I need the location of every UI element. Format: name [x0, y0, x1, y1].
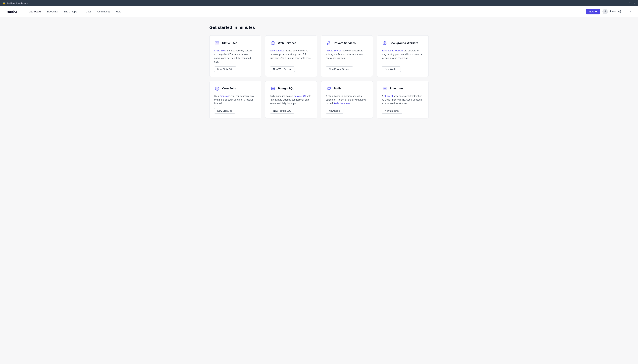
nav-blueprints[interactable]: Blueprints	[44, 6, 61, 17]
card-cron-jobs-footer: New Cron Job	[214, 108, 256, 114]
main-content: Get started in minutes Static Sites Stat	[203, 17, 435, 130]
card-cron-jobs: Cron Jobs With Cron Jobs, you can schedu…	[209, 81, 261, 118]
card-blueprints-header: Blueprints	[382, 86, 424, 92]
new-blueprint-button[interactable]: New Blueprint	[382, 108, 402, 114]
postgresql-link[interactable]: PostgreSQL	[294, 95, 306, 98]
share-icon[interactable]: ⬆	[629, 2, 631, 5]
nav-community[interactable]: Community	[94, 6, 113, 17]
browser-bar: 🔒 dashboard.render.com ⬆ ☆	[0, 0, 638, 6]
card-cron-jobs-body: With Cron Jobs, you can schedule any com…	[214, 94, 256, 105]
card-blueprints: Blueprints A Blueprint specifies your In…	[377, 81, 429, 118]
background-workers-icon	[382, 40, 388, 46]
cron-jobs-icon	[214, 86, 220, 92]
card-blueprints-body: A Blueprint specifies your Infrastructur…	[382, 94, 424, 105]
new-button-label: New	[589, 10, 594, 13]
card-private-services: Private Services Private Services are on…	[321, 35, 373, 77]
card-redis-header: Redis	[326, 86, 368, 92]
blueprints-icon	[382, 86, 388, 92]
web-services-link[interactable]: Web Services	[270, 49, 284, 52]
postgresql-icon	[270, 86, 276, 92]
background-workers-link[interactable]: Background Workers	[382, 49, 403, 52]
private-services-icon	[326, 40, 332, 46]
new-redis-button[interactable]: New Redis	[326, 108, 343, 114]
svg-point-0	[605, 10, 606, 12]
card-background-workers: Background Workers Background Workers ar…	[377, 35, 429, 77]
svg-point-12	[328, 44, 329, 44]
card-postgresql-header: PostgreSQL	[270, 86, 312, 92]
card-private-services-body: Private Services are only accessible wit…	[326, 49, 368, 64]
card-redis-title: Redis	[334, 87, 341, 90]
cards-row-1: Static Sites Static Sites are automatica…	[209, 35, 429, 77]
card-web-services: Web Services Web Services include zero-d…	[265, 35, 317, 77]
user-avatar-icon	[602, 9, 608, 14]
nav-env-groups[interactable]: Env Groups	[61, 6, 80, 17]
cron-jobs-link[interactable]: Cron Jobs	[220, 95, 230, 98]
new-worker-button[interactable]: New Worker	[382, 66, 401, 72]
card-background-workers-title: Background Workers	[390, 42, 418, 45]
browser-url: dashboard.render.com	[7, 2, 28, 4]
card-private-services-footer: New Private Service	[326, 66, 368, 72]
svg-point-20	[327, 87, 330, 88]
svg-rect-2	[216, 42, 217, 43]
new-cron-job-button[interactable]: New Cron Job	[214, 108, 235, 114]
card-redis-footer: New Redis	[326, 108, 368, 114]
logo[interactable]: render	[7, 10, 18, 14]
card-cron-jobs-title: Cron Jobs	[222, 87, 236, 90]
card-redis: Redis A cloud based in-memory key value …	[321, 81, 373, 118]
card-cron-jobs-header: Cron Jobs	[214, 86, 256, 92]
card-background-workers-footer: New Worker	[382, 66, 424, 72]
card-background-workers-header: Background Workers	[382, 40, 424, 46]
card-blueprints-footer: New Blueprint	[382, 108, 424, 114]
static-sites-icon	[214, 40, 220, 46]
card-background-workers-body: Background Workers are suitable for long…	[382, 49, 424, 64]
user-menu-chevron-icon: ▾	[630, 10, 631, 13]
new-static-site-button[interactable]: New Static Site	[214, 66, 236, 72]
blueprint-link[interactable]: Blueprint	[384, 95, 393, 98]
card-private-services-title: Private Services	[334, 42, 356, 45]
new-button[interactable]: New +	[586, 9, 600, 14]
new-button-plus: +	[595, 10, 597, 13]
card-postgresql-footer: New PostgreSQL	[270, 108, 312, 114]
user-section[interactable]: chiamaka@ ▾	[602, 9, 631, 14]
svg-point-14	[384, 42, 385, 44]
card-postgresql-body: Fully-managed hosted PostgreSQL with int…	[270, 94, 312, 105]
svg-rect-5	[215, 42, 219, 42]
nav-help[interactable]: Help	[113, 6, 124, 17]
card-postgresql: PostgreSQL Fully-managed hosted PostgreS…	[265, 81, 317, 118]
card-web-services-body: Web Services include zero-downtime deplo…	[270, 49, 312, 64]
nav-docs[interactable]: Docs	[83, 6, 94, 17]
card-static-sites-footer: New Static Site	[214, 66, 256, 72]
cards-row-2: Cron Jobs With Cron Jobs, you can schedu…	[209, 81, 429, 118]
card-static-sites: Static Sites Static Sites are automatica…	[209, 35, 261, 77]
topnav: render Dashboard Blueprints Env Groups D…	[0, 6, 638, 17]
card-blueprints-title: Blueprints	[390, 87, 403, 90]
lock-icon: 🔒	[3, 2, 5, 4]
card-redis-body: A cloud based in-memory key value datast…	[326, 94, 368, 105]
svg-rect-4	[218, 43, 219, 44]
card-web-services-title: Web Services	[278, 42, 296, 45]
card-web-services-footer: New Web Service	[270, 66, 312, 72]
redis-instances-link[interactable]: Redis instances	[333, 102, 350, 105]
web-services-icon	[270, 40, 276, 46]
svg-rect-3	[218, 42, 219, 43]
nav-dashboard[interactable]: Dashboard	[26, 6, 44, 17]
static-sites-link[interactable]: Static Sites	[214, 49, 226, 52]
nav-links: Dashboard Blueprints Env Groups Docs Com…	[26, 6, 586, 17]
new-web-service-button[interactable]: New Web Service	[270, 66, 295, 72]
page-title: Get started in minutes	[209, 25, 429, 30]
nav-right: New + chiamaka@ ▾	[586, 9, 631, 14]
redis-icon	[326, 86, 332, 92]
card-static-sites-title: Static Sites	[222, 42, 238, 45]
new-postgresql-button[interactable]: New PostgreSQL	[270, 108, 294, 114]
user-email: chiamaka@	[609, 10, 629, 13]
private-services-link[interactable]: Private Services	[326, 49, 343, 52]
card-static-sites-header: Static Sites	[214, 40, 256, 46]
bookmark-icon[interactable]: ☆	[633, 2, 635, 5]
new-private-service-button[interactable]: New Private Service	[326, 66, 353, 72]
card-static-sites-body: Static Sites are automatically served ov…	[214, 49, 256, 64]
svg-point-18	[217, 88, 218, 89]
card-web-services-header: Web Services	[270, 40, 312, 46]
card-private-services-header: Private Services	[326, 40, 368, 46]
card-postgresql-title: PostgreSQL	[278, 87, 294, 90]
